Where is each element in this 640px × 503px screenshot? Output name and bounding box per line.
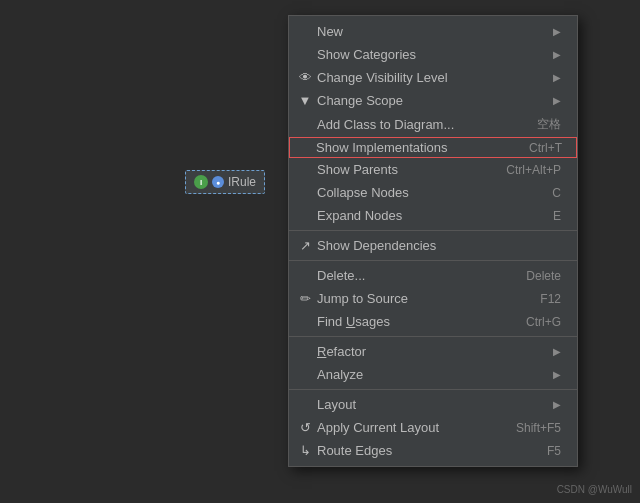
menu-item-show-implementations[interactable]: Show Implementations Ctrl+T [289, 137, 577, 158]
menu-item-route-edges-shortcut: F5 [527, 444, 561, 458]
submenu-arrow-visibility: ▶ [553, 72, 561, 83]
visibility-icon: 👁 [297, 70, 313, 85]
route-edges-icon: ↳ [297, 443, 313, 458]
menu-item-route-edges-label: Route Edges [317, 443, 527, 458]
submenu-arrow-show-categories: ▶ [553, 49, 561, 60]
menu-item-show-dependencies-label: Show Dependencies [317, 238, 561, 253]
separator-1 [289, 230, 577, 231]
submenu-arrow-refactor: ▶ [553, 346, 561, 357]
menu-item-refactor-label: Refactor [317, 344, 553, 359]
menu-item-layout-label: Layout [317, 397, 553, 412]
menu-item-add-class-shortcut: 空格 [517, 116, 561, 133]
menu-item-find-usages[interactable]: Find Usages Ctrl+G [289, 310, 577, 333]
menu-item-apply-current-layout-label: Apply Current Layout [317, 420, 496, 435]
submenu-arrow-layout: ▶ [553, 399, 561, 410]
menu-item-collapse-nodes[interactable]: Collapse Nodes C [289, 181, 577, 204]
menu-item-change-scope-label: Change Scope [317, 93, 553, 108]
menu-item-route-edges[interactable]: ↳ Route Edges F5 [289, 439, 577, 462]
menu-item-change-scope[interactable]: ▼ Change Scope ▶ [289, 89, 577, 112]
menu-item-expand-nodes-shortcut: E [533, 209, 561, 223]
node-interface-icon: ● [212, 176, 224, 188]
menu-item-layout[interactable]: Layout ▶ [289, 393, 577, 416]
scope-icon: ▼ [297, 93, 313, 108]
menu-item-add-class-label: Add Class to Diagram... [317, 117, 517, 132]
menu-item-analyze-label: Analyze [317, 367, 553, 382]
submenu-arrow-analyze: ▶ [553, 369, 561, 380]
submenu-arrow-scope: ▶ [553, 95, 561, 106]
separator-3 [289, 336, 577, 337]
watermark-text: CSDN @WuWull [557, 484, 632, 495]
menu-item-analyze[interactable]: Analyze ▶ [289, 363, 577, 386]
separator-4 [289, 389, 577, 390]
menu-item-collapse-nodes-shortcut: C [532, 186, 561, 200]
watermark: CSDN @WuWull [557, 484, 632, 495]
menu-item-apply-current-layout-shortcut: Shift+F5 [496, 421, 561, 435]
menu-item-expand-nodes[interactable]: Expand Nodes E [289, 204, 577, 227]
menu-item-show-parents-label: Show Parents [317, 162, 486, 177]
menu-item-find-usages-label: Find Usages [317, 314, 506, 329]
separator-2 [289, 260, 577, 261]
menu-item-delete-label: Delete... [317, 268, 506, 283]
menu-item-show-dependencies[interactable]: ↗ Show Dependencies [289, 234, 577, 257]
menu-item-refactor[interactable]: Refactor ▶ [289, 340, 577, 363]
menu-item-show-parents-shortcut: Ctrl+Alt+P [486, 163, 561, 177]
menu-item-expand-nodes-label: Expand Nodes [317, 208, 533, 223]
menu-item-show-categories[interactable]: Show Categories ▶ [289, 43, 577, 66]
node-class-icon: I [194, 175, 208, 189]
node-label: IRule [228, 175, 256, 189]
context-menu: New ▶ Show Categories ▶ 👁 Change Visibil… [288, 15, 578, 467]
menu-item-jump-to-source[interactable]: ✏ Jump to Source F12 [289, 287, 577, 310]
jump-icon: ✏ [297, 291, 313, 306]
dependencies-icon: ↗ [297, 238, 313, 253]
menu-item-show-categories-label: Show Categories [317, 47, 553, 62]
menu-item-show-implementations-label: Show Implementations [316, 140, 509, 155]
menu-item-change-visibility-label: Change Visibility Level [317, 70, 553, 85]
menu-item-collapse-nodes-label: Collapse Nodes [317, 185, 532, 200]
menu-item-show-parents[interactable]: Show Parents Ctrl+Alt+P [289, 158, 577, 181]
menu-item-new[interactable]: New ▶ [289, 20, 577, 43]
menu-item-change-visibility[interactable]: 👁 Change Visibility Level ▶ [289, 66, 577, 89]
menu-item-apply-current-layout[interactable]: ↺ Apply Current Layout Shift+F5 [289, 416, 577, 439]
node-irule[interactable]: I ● IRule [185, 170, 265, 194]
apply-layout-icon: ↺ [297, 420, 313, 435]
menu-item-find-usages-shortcut: Ctrl+G [506, 315, 561, 329]
menu-item-delete[interactable]: Delete... Delete [289, 264, 577, 287]
menu-item-new-label: New [317, 24, 553, 39]
menu-item-jump-to-source-shortcut: F12 [520, 292, 561, 306]
menu-item-show-implementations-shortcut: Ctrl+T [509, 141, 562, 155]
menu-item-delete-shortcut: Delete [506, 269, 561, 283]
menu-item-jump-to-source-label: Jump to Source [317, 291, 520, 306]
submenu-arrow-new: ▶ [553, 26, 561, 37]
menu-item-add-class[interactable]: Add Class to Diagram... 空格 [289, 112, 577, 137]
